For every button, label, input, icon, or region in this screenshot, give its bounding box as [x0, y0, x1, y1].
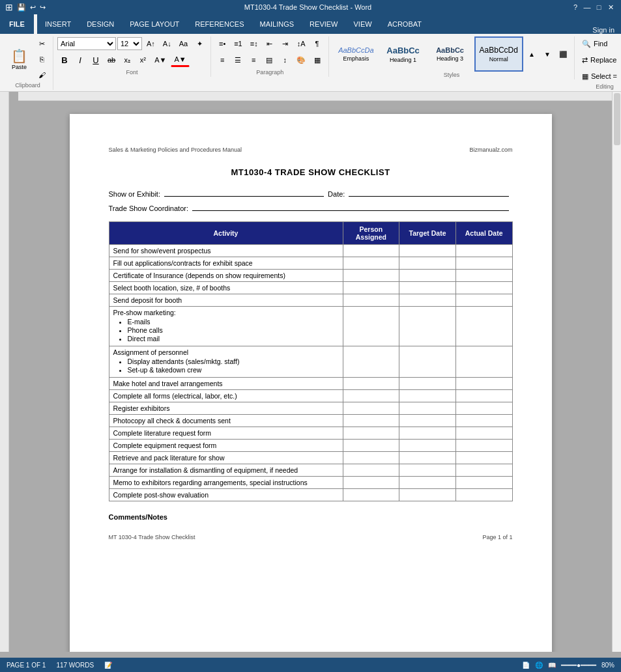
tab-references[interactable]: REFERENCES — [187, 14, 252, 34]
superscript-button[interactable]: x² — [136, 53, 150, 67]
minimize-btn[interactable]: — — [582, 2, 592, 12]
style-emphasis[interactable]: AaBbCcDa Emphasis — [333, 36, 379, 72]
activity-cell: Pre-show marketing:E-mailsPhone callsDir… — [109, 307, 343, 346]
close-btn[interactable]: ✕ — [605, 2, 616, 12]
actual-date-cell — [455, 440, 512, 452]
bullets-button[interactable]: ≡• — [215, 36, 229, 51]
styles-scroll-down[interactable]: ▼ — [540, 47, 555, 61]
table-row: Complete post-show evaluation — [109, 489, 512, 501]
tab-file[interactable]: FILE — [0, 14, 34, 34]
date-value[interactable] — [349, 196, 508, 197]
justify-button[interactable]: ▤ — [262, 53, 276, 67]
tab-design[interactable]: DESIGN — [79, 14, 122, 34]
strikethrough-button[interactable]: ab — [104, 53, 119, 67]
target-date-cell — [399, 452, 456, 464]
document-container: Sales & Marketing Policies and Procedure… — [9, 101, 612, 652]
multilevel-list-button[interactable]: ≡↕ — [247, 36, 261, 51]
actual-date-cell — [455, 415, 512, 427]
style-normal[interactable]: AaBbCcDd Normal — [474, 36, 523, 72]
table-row: Complete literature request form — [109, 427, 512, 440]
styles-more[interactable]: ⬛ — [556, 47, 570, 61]
show-exhibit-value[interactable] — [164, 196, 324, 197]
help-btn[interactable]: ? — [570, 2, 581, 12]
quick-access-undo[interactable]: ↩ — [30, 3, 36, 12]
shading-button[interactable]: 🎨 — [293, 53, 309, 67]
tab-mailings[interactable]: MAILINGS — [252, 14, 302, 34]
target-date-cell — [399, 415, 456, 427]
ribbon-tabs: FILE HOME INSERT DESIGN PAGE LAYOUT REFE… — [0, 14, 621, 34]
styles-scroll-up[interactable]: ▲ — [525, 47, 539, 61]
person-cell — [343, 294, 399, 307]
cut-button[interactable]: ✂ — [35, 36, 49, 51]
bold-button[interactable]: B — [57, 53, 72, 67]
activity-cell: Complete equipment request form — [109, 440, 343, 452]
show-exhibit-label: Show or Exhibit: — [109, 190, 160, 198]
person-cell — [343, 257, 399, 270]
font-label: Font — [57, 69, 207, 77]
clear-format-button[interactable]: ✦ — [192, 36, 207, 51]
title-bar: ⊞ 💾 ↩ ↪ MT1030-4 Trade Show Checklist - … — [0, 0, 621, 14]
table-row: Memo to exhibitors regarding arrangement… — [109, 477, 512, 489]
actual-date-cell — [455, 452, 512, 464]
date-label: Date: — [328, 190, 345, 198]
header-left: Sales & Marketing Policies and Procedure… — [109, 147, 242, 153]
show-marks-button[interactable]: ¶ — [310, 36, 325, 51]
vertical-scrollbar[interactable] — [612, 92, 621, 652]
select-button[interactable]: ▦ Select = — [579, 69, 621, 83]
person-cell — [343, 402, 399, 415]
coordinator-line: Trade Show Coordinator: — [109, 204, 513, 212]
coordinator-value[interactable] — [192, 210, 509, 211]
style-heading3[interactable]: AaBbCc Heading 3 — [427, 36, 473, 72]
activity-cell: Memo to exhibitors regarding arrangement… — [109, 477, 343, 489]
table-header-row: Activity Person Assigned Target Date Act… — [109, 222, 512, 245]
decrease-font-button[interactable]: A↓ — [160, 36, 175, 51]
font-color-button[interactable]: A▼ — [171, 53, 189, 67]
style-heading1[interactable]: AaBbCc Heading 1 — [381, 36, 426, 72]
align-center-button[interactable]: ☰ — [231, 53, 245, 67]
format-painter-button[interactable]: 🖌 — [35, 68, 49, 82]
line-spacing-button[interactable]: ↕ — [278, 53, 292, 67]
quick-access-save[interactable]: 💾 — [17, 3, 26, 12]
quick-access-redo[interactable]: ↪ — [40, 3, 46, 12]
subscript-button[interactable]: x₂ — [120, 53, 134, 67]
tab-page-layout[interactable]: PAGE LAYOUT — [122, 14, 187, 34]
person-cell — [343, 489, 399, 501]
find-button[interactable]: 🔍 Find — [579, 36, 621, 51]
align-left-button[interactable]: ≡ — [215, 53, 229, 67]
text-highlight-button[interactable]: A▼ — [151, 53, 169, 67]
tab-review[interactable]: REVIEW — [302, 14, 345, 34]
person-cell — [343, 464, 399, 477]
tab-insert[interactable]: INSERT — [37, 14, 79, 34]
tab-acrobat[interactable]: ACROBAT — [380, 14, 429, 34]
copy-button[interactable]: ⎘ — [35, 52, 49, 66]
replace-button[interactable]: ⇄ Replace — [579, 53, 621, 67]
target-date-cell — [399, 346, 456, 378]
align-right-button[interactable]: ≡ — [246, 53, 261, 67]
actual-date-cell — [455, 464, 512, 477]
activity-cell: Complete all forms (electrical, labor, e… — [109, 390, 343, 402]
restore-btn[interactable]: □ — [594, 2, 604, 12]
increase-indent-button[interactable]: ⇥ — [278, 36, 293, 51]
actual-date-cell — [455, 270, 512, 282]
change-case-button[interactable]: Aa — [176, 36, 191, 51]
italic-button[interactable]: I — [73, 53, 87, 67]
clipboard-group: 📋 Paste ✂ ⎘ 🖌 Clipboard — [3, 36, 53, 90]
border-button[interactable]: ▦ — [310, 53, 325, 67]
target-date-cell — [399, 427, 456, 440]
underline-button[interactable]: U — [89, 53, 103, 67]
numbering-button[interactable]: ≡1 — [231, 36, 246, 51]
target-date-cell — [399, 489, 456, 501]
decrease-indent-button[interactable]: ⇤ — [263, 36, 277, 51]
paste-button[interactable]: 📋 Paste — [7, 44, 32, 75]
font-name-select[interactable]: Arial — [57, 37, 116, 50]
document-scroll-area[interactable]: Sales & Marketing Policies and Procedure… — [9, 92, 612, 652]
sort-button[interactable]: ↕A — [294, 36, 309, 51]
editing-label: Editing — [579, 83, 621, 91]
sign-in-link[interactable]: Sign in — [592, 26, 614, 34]
table-row: Register exhibitors — [109, 402, 512, 415]
actual-date-cell — [455, 402, 512, 415]
increase-font-button[interactable]: A↑ — [143, 36, 158, 51]
font-size-select[interactable]: 12 — [117, 37, 142, 50]
table-row: Assignment of personnelDisplay attendant… — [109, 346, 512, 378]
tab-view[interactable]: VIEW — [346, 14, 380, 34]
